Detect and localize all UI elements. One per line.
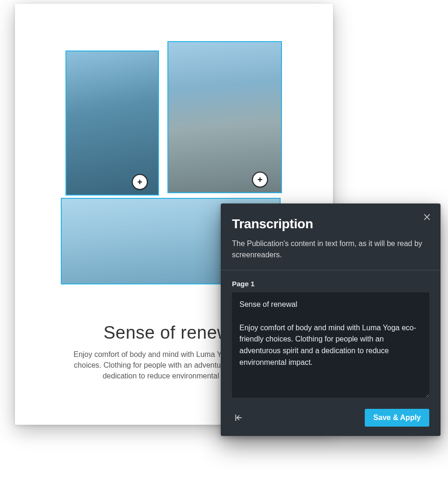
page-label: Page 1 — [232, 280, 429, 288]
modal-title: Transcription — [232, 217, 429, 232]
collapse-button[interactable] — [232, 411, 245, 424]
save-apply-button[interactable]: Save & Apply — [365, 409, 429, 427]
transcription-modal: Transcription The Publication's content … — [221, 203, 441, 436]
image-overlay — [66, 51, 158, 195]
add-image-button[interactable] — [252, 172, 268, 188]
image-tile-1[interactable] — [65, 51, 159, 196]
transcription-textarea[interactable] — [232, 292, 429, 398]
divider — [221, 270, 441, 270]
close-button[interactable] — [421, 211, 433, 223]
plus-icon — [136, 178, 144, 186]
close-icon — [422, 212, 432, 222]
image-tile-2[interactable] — [167, 41, 282, 193]
collapse-left-icon — [234, 413, 243, 422]
modal-description: The Publication's content in text form, … — [232, 238, 429, 261]
add-image-button[interactable] — [132, 174, 148, 190]
image-overlay — [168, 42, 281, 192]
plus-icon — [256, 176, 264, 183]
modal-footer: Save & Apply — [232, 409, 429, 427]
